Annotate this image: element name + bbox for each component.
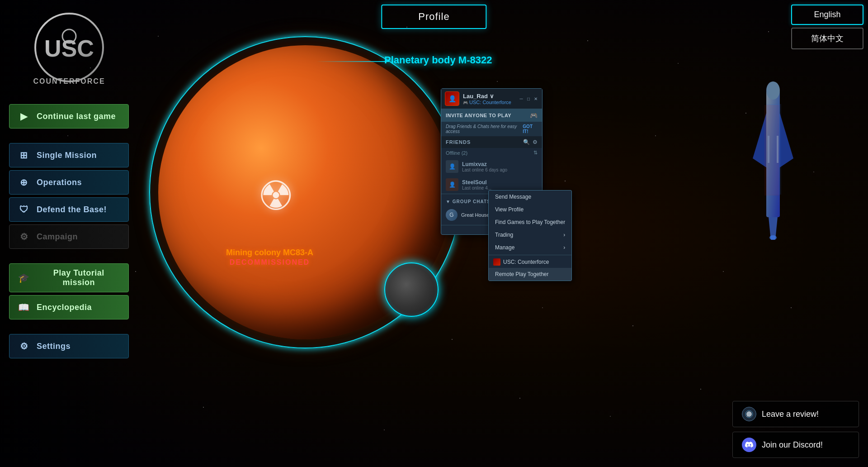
context-menu-separator bbox=[489, 255, 571, 255]
friends-settings-icon[interactable]: ⚙ bbox=[533, 139, 538, 145]
operations-button[interactable]: ⊕ Operations bbox=[9, 170, 129, 195]
menu-section: ▶ Continue last game ⊞ Single Mission ⊕ … bbox=[9, 104, 129, 358]
planet-container: ☢ Mining colony MC83-A DECOMMISSIONED bbox=[136, 23, 475, 362]
context-view-profile[interactable]: View Profile bbox=[489, 203, 571, 216]
steam-avatar: 👤 bbox=[445, 91, 459, 106]
planetary-body-label: Planetary body M-8322 bbox=[384, 54, 492, 66]
settings-button[interactable]: ⚙ Settings bbox=[9, 334, 129, 358]
graduation-icon: 🎓 bbox=[17, 271, 31, 285]
svg-text:COUNTERFORCE: COUNTERFORCE bbox=[33, 77, 105, 85]
spacecraft-visual bbox=[750, 68, 796, 260]
campaign-icon: ⚙ bbox=[17, 229, 31, 244]
friends-search-icon[interactable]: 🔍 bbox=[523, 139, 530, 145]
steam-user-details: Lau_Rad ∨ 🎮 USC: Counterforce bbox=[463, 93, 511, 105]
svg-text:USC: USC bbox=[44, 35, 94, 62]
svg-marker-1 bbox=[753, 113, 766, 167]
friend-name-2: SteelSoul bbox=[462, 179, 491, 186]
steam-invite-icon: 🎮 bbox=[530, 112, 538, 119]
maximize-button[interactable]: □ bbox=[526, 96, 531, 101]
planet-colony-label: Mining colony MC83-A DECOMMISSIONED bbox=[226, 248, 313, 267]
chinese-lang-button[interactable]: 简体中文 bbox=[791, 28, 863, 49]
friend-status-1: Last online 6 days ago bbox=[462, 167, 507, 172]
grid-icon: ⊞ bbox=[17, 148, 31, 162]
single-mission-button[interactable]: ⊞ Single Mission bbox=[9, 143, 129, 167]
steam-sort-icon[interactable]: ⇅ bbox=[533, 150, 538, 156]
close-button[interactable]: ✕ bbox=[533, 96, 538, 101]
steam-group-label: ▼ GROUP CHATS bbox=[446, 199, 491, 204]
steam-got-it-button[interactable]: GOT IT! bbox=[523, 124, 538, 134]
profile-button[interactable]: Profile bbox=[381, 5, 486, 29]
steam-panel-header: 👤 Lau_Rad ∨ 🎮 USC: Counterforce ─ □ ✕ bbox=[441, 89, 542, 109]
friend-details-2: SteelSoul Last online 4... bbox=[462, 179, 491, 191]
svg-rect-9 bbox=[764, 105, 779, 195]
steam-invite-bar: INVITE ANYONE TO PLAY 🎮 bbox=[441, 109, 542, 122]
campaign-button[interactable]: ⚙ Campaign bbox=[9, 224, 129, 249]
continue-button[interactable]: ▶ Continue last game bbox=[9, 104, 129, 129]
friend-name-1: Lumixvaz bbox=[462, 161, 507, 167]
moon bbox=[384, 262, 439, 317]
steam-friends-icons: 🔍 ⚙ bbox=[523, 139, 538, 145]
context-trading[interactable]: Trading › bbox=[489, 229, 571, 241]
radiation-symbol: ☢ bbox=[258, 172, 294, 219]
context-remote-play[interactable]: Remote Play Together bbox=[489, 268, 571, 281]
defend-button[interactable]: 🛡 Defend the Base! bbox=[9, 197, 129, 222]
steam-offline-header: Offline (2) ⇅ bbox=[441, 148, 542, 157]
book-icon: 📖 bbox=[17, 300, 31, 315]
steam-offline-text: Offline (2) bbox=[446, 150, 467, 156]
bottom-right-buttons: Leave a review! Join our Discord! bbox=[732, 401, 859, 458]
steam-username: Lau_Rad ∨ bbox=[463, 93, 511, 100]
context-find-games[interactable]: Find Games to Play Together bbox=[489, 216, 571, 229]
steam-window-controls: ─ □ ✕ bbox=[519, 96, 538, 101]
crosshair-icon: ⊕ bbox=[17, 175, 31, 190]
encyclopedia-button[interactable]: 📖 Encyclopedia bbox=[9, 295, 129, 319]
context-menu: Send Message View Profile Find Games to … bbox=[488, 190, 572, 281]
gear-icon: ⚙ bbox=[17, 339, 31, 353]
leave-review-label: Leave a review! bbox=[762, 410, 819, 419]
friend-status-2: Last online 4... bbox=[462, 186, 491, 191]
context-usc-game: USC: Counterforce bbox=[489, 256, 571, 268]
game-logo: USC COUNTERFORCE bbox=[19, 9, 119, 91]
english-lang-button[interactable]: English bbox=[791, 5, 863, 25]
top-bar: Profile bbox=[381, 5, 486, 29]
steam-drag-bar: Drag Friends & Chats here for easy acces… bbox=[441, 122, 542, 136]
friend-avatar-1: 👤 bbox=[446, 160, 458, 173]
tutorial-button[interactable]: 🎓 Play Tutorial mission bbox=[9, 263, 129, 292]
logo-container: USC COUNTERFORCE bbox=[9, 9, 129, 91]
steam-review-icon bbox=[742, 407, 756, 421]
shield-icon: 🛡 bbox=[17, 202, 31, 217]
svg-point-5 bbox=[769, 235, 777, 240]
planetary-body-line bbox=[316, 61, 389, 62]
steam-game-status: 🎮 USC: Counterforce bbox=[463, 100, 511, 105]
language-buttons: English 简体中文 bbox=[791, 5, 863, 49]
svg-marker-2 bbox=[780, 113, 793, 167]
join-discord-button[interactable]: Join our Discord! bbox=[732, 432, 859, 458]
context-manage[interactable]: Manage › bbox=[489, 241, 571, 254]
steam-user-info: 👤 Lau_Rad ∨ 🎮 USC: Counterforce bbox=[445, 91, 511, 106]
leave-review-button[interactable]: Leave a review! bbox=[732, 401, 859, 427]
friend-details-1: Lumixvaz Last online 6 days ago bbox=[462, 161, 507, 172]
steam-friends-label: FRIENDS bbox=[446, 139, 471, 145]
steam-invite-text: INVITE ANYONE TO PLAY bbox=[446, 113, 511, 118]
steam-friends-header: FRIENDS 🔍 ⚙ bbox=[441, 136, 542, 148]
friend-item-lumixvaz[interactable]: 👤 Lumixvaz Last online 6 days ago bbox=[441, 157, 542, 176]
group-chat-icon: G bbox=[446, 209, 458, 221]
minimize-button[interactable]: ─ bbox=[519, 96, 524, 101]
friend-avatar-2: 👤 bbox=[446, 178, 458, 191]
context-send-message[interactable]: Send Message bbox=[489, 191, 571, 203]
play-icon: ▶ bbox=[17, 109, 31, 124]
discord-icon bbox=[742, 438, 756, 452]
usc-icon bbox=[493, 258, 500, 266]
svg-point-3 bbox=[766, 81, 780, 100]
steam-drag-text: Drag Friends & Chats here for easy acces… bbox=[446, 124, 523, 134]
sidebar: USC COUNTERFORCE ▶ Continue last game ⊞ … bbox=[0, 0, 138, 467]
join-discord-label: Join our Discord! bbox=[762, 440, 823, 450]
